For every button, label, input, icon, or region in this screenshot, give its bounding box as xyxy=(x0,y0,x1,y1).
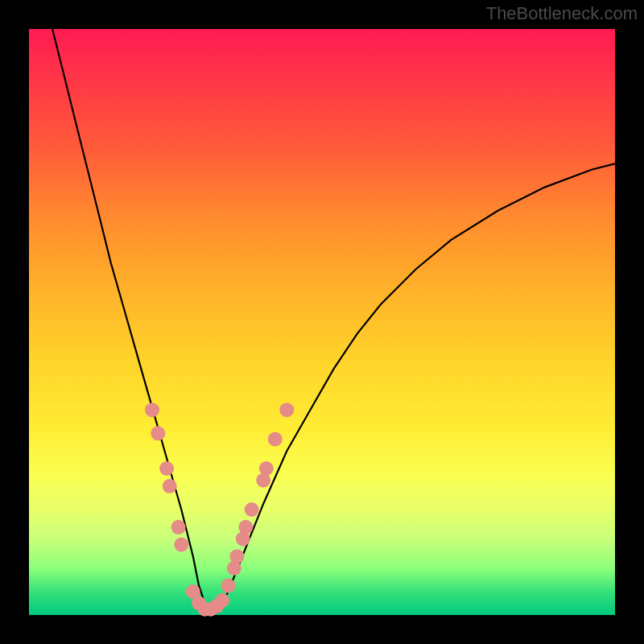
marker-dot xyxy=(238,520,253,535)
marker-dot xyxy=(268,432,283,447)
marker-dot xyxy=(151,426,165,440)
marker-dot xyxy=(229,549,244,564)
marker-dot xyxy=(221,579,236,593)
chart-plot-area xyxy=(29,29,615,615)
marker-dot xyxy=(145,402,159,417)
watermark-text: TheBottleneck.com xyxy=(486,3,638,24)
marker-dot xyxy=(171,520,186,535)
marker-dot xyxy=(279,402,294,417)
marker-dot xyxy=(259,461,274,476)
marker-dot xyxy=(163,479,177,493)
marker-dot xyxy=(159,461,174,476)
marker-dot xyxy=(215,593,229,608)
marker-dot xyxy=(174,538,188,552)
chart-overlay-svg xyxy=(29,29,615,615)
near-optimal-markers xyxy=(145,402,294,617)
bottleneck-curve-line xyxy=(52,29,615,609)
marker-dot xyxy=(245,502,259,517)
